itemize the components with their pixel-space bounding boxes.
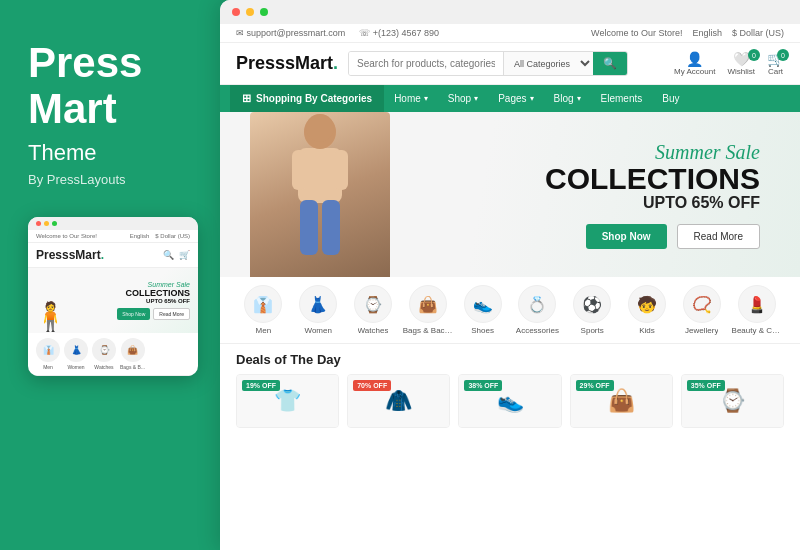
mobile-cat-bags[interactable]: 👜 Bags & B...: [120, 338, 145, 370]
cat-icon-watches: ⌚: [354, 285, 392, 323]
cart-label: Cart: [768, 67, 783, 76]
wishlist-badge: 0: [748, 49, 760, 61]
header-actions: 👤 My Account 🤍 0 Wishlist 🛒 0 Cart: [674, 51, 784, 76]
browser-dot-green: [260, 8, 268, 16]
mobile-shop-button[interactable]: Shop Now: [117, 308, 150, 320]
cart-action[interactable]: 🛒 0 Cart: [767, 51, 784, 76]
nav-pages[interactable]: Pages ▾: [488, 86, 543, 111]
cat-bags[interactable]: 👜 Bags & Back...: [400, 285, 455, 335]
mobile-categories: 👔 Men 👗 Women ⌚ Watches 👜 Bags & B...: [28, 333, 198, 376]
nav-shop[interactable]: Shop ▾: [438, 86, 488, 111]
cat-label-bags: Bags & Back...: [403, 326, 453, 335]
deal-badge-1: 19% OFF: [242, 380, 280, 391]
hero-buttons: Shop Now Read More: [545, 224, 760, 249]
store-phone: ☏ +(123) 4567 890: [359, 28, 439, 38]
deal-badge-5: 35% OFF: [687, 380, 725, 391]
grid-icon: ⊞: [242, 92, 251, 105]
mobile-header: PresssMart. 🔍 🛒: [28, 243, 198, 268]
category-select[interactable]: All Categories: [503, 52, 593, 75]
cat-icon-accessories: 💍: [518, 285, 556, 323]
deal-card-3[interactable]: 38% OFF 👟: [458, 374, 561, 428]
deal-card-5[interactable]: 35% OFF ⌚: [681, 374, 784, 428]
shopping-by-categories[interactable]: ⊞ Shopping By Categories: [230, 85, 384, 112]
mobile-cart-icon[interactable]: 🛒: [179, 250, 190, 260]
nav-buy[interactable]: Buy: [652, 86, 689, 111]
cat-men[interactable]: 👔 Men: [236, 285, 291, 335]
language-selector[interactable]: English: [692, 28, 722, 38]
category-strip: 👔 Men 👗 Women ⌚ Watches 👜 Bags & Back...…: [220, 277, 800, 344]
cat-watches[interactable]: ⌚ Watches: [346, 285, 401, 335]
cat-label-shoes: Shoes: [471, 326, 494, 335]
read-more-button[interactable]: Read More: [677, 224, 760, 249]
site-logo[interactable]: PresssMart.: [236, 53, 338, 74]
search-bar[interactable]: All Categories 🔍: [348, 51, 628, 76]
account-action[interactable]: 👤 My Account: [674, 51, 715, 76]
theme-subtitle: Theme: [28, 140, 96, 166]
cat-shoes[interactable]: 👟 Shoes: [455, 285, 510, 335]
mobile-hero: 🧍 Summer Sale COLLECTIONS UPTO 65% OFF S…: [28, 268, 198, 333]
deal-card-2[interactable]: 70% OFF 🧥: [347, 374, 450, 428]
nav-links: Home ▾ Shop ▾ Pages ▾ Blog ▾ Elements Bu…: [384, 86, 689, 111]
hero-model: [250, 112, 390, 277]
cat-kids[interactable]: 🧒 Kids: [620, 285, 675, 335]
deal-card-4[interactable]: 29% OFF 👜: [570, 374, 673, 428]
svg-rect-4: [300, 200, 318, 255]
account-icon: 👤: [686, 51, 703, 67]
mobile-header-icons: 🔍 🛒: [163, 250, 190, 260]
cat-accessories[interactable]: 💍 Accessories: [510, 285, 565, 335]
deal-badge-4: 29% OFF: [576, 380, 614, 391]
mobile-locale: English $ Dollar (US): [130, 233, 190, 239]
mobile-cat-label-bags: Bags & B...: [120, 364, 145, 370]
cat-beauty[interactable]: 💄 Beauty & Co...: [729, 285, 784, 335]
nav-elements[interactable]: Elements: [591, 86, 653, 111]
mobile-summer-sale: Summer Sale: [117, 281, 190, 288]
shop-now-button[interactable]: Shop Now: [586, 224, 667, 249]
mobile-dots: [28, 217, 198, 230]
browser-chrome: [220, 0, 800, 24]
cat-label-beauty: Beauty & Co...: [732, 326, 782, 335]
search-input[interactable]: [349, 52, 503, 75]
search-button[interactable]: 🔍: [593, 52, 627, 75]
byline: By PressLayouts: [28, 172, 126, 187]
cat-label-women: Women: [304, 326, 331, 335]
mobile-read-button[interactable]: Read More: [153, 308, 190, 320]
mobile-search-icon[interactable]: 🔍: [163, 250, 174, 260]
deals-section: Deals of The Day 19% OFF 👕 70% OFF 🧥 38%…: [220, 344, 800, 434]
mobile-cat-women[interactable]: 👗 Women: [64, 338, 88, 370]
mobile-hero-text: Summer Sale COLLECTIONS UPTO 65% OFF Sho…: [117, 281, 190, 320]
svg-point-7: [306, 114, 334, 142]
nav-pages-label: Pages: [498, 93, 526, 104]
mobile-logo: PresssMart.: [36, 248, 104, 262]
currency-selector[interactable]: $ Dollar (US): [732, 28, 784, 38]
cat-icon-beauty: 💄: [738, 285, 776, 323]
mobile-cat-label-men: Men: [43, 364, 53, 370]
brand-title: Press Mart: [28, 40, 142, 132]
site-header: PresssMart. All Categories 🔍 👤 My Accoun…: [220, 43, 800, 85]
mobile-collections: COLLECTIONS: [117, 288, 190, 298]
cat-label-accessories: Accessories: [516, 326, 559, 335]
wishlist-action[interactable]: 🤍 0 Wishlist: [727, 51, 755, 76]
browser-dot-yellow: [246, 8, 254, 16]
mobile-top-bar: Welcome to Our Store! English $ Dollar (…: [28, 230, 198, 243]
mobile-dot-yellow: [44, 221, 49, 226]
deal-card-1[interactable]: 19% OFF 👕: [236, 374, 339, 428]
svg-rect-5: [322, 200, 340, 255]
pages-chevron: ▾: [530, 94, 534, 103]
mobile-hero-buttons: Shop Now Read More: [117, 308, 190, 320]
cat-women[interactable]: 👗 Women: [291, 285, 346, 335]
model-svg: [270, 112, 370, 277]
cat-sports[interactable]: ⚽ Sports: [565, 285, 620, 335]
cat-label-jewellery: Jewellery: [685, 326, 718, 335]
mobile-cat-men[interactable]: 👔 Men: [36, 338, 60, 370]
mobile-cat-watches[interactable]: ⌚ Watches: [92, 338, 116, 370]
cat-jewellery[interactable]: 📿 Jewellery: [674, 285, 729, 335]
nav-home-label: Home: [394, 93, 421, 104]
nav-blog[interactable]: Blog ▾: [544, 86, 591, 111]
mobile-upto: UPTO 65% OFF: [117, 298, 190, 304]
mobile-model-figure: 🧍: [33, 300, 68, 333]
top-info-left: ✉ support@pressmart.com ☏ +(123) 4567 89…: [236, 28, 439, 38]
top-info-right: Welcome to Our Store! English $ Dollar (…: [591, 28, 784, 38]
deals-title: Deals of The Day: [236, 352, 784, 367]
nav-home[interactable]: Home ▾: [384, 86, 438, 111]
cat-icon-shoes: 👟: [464, 285, 502, 323]
